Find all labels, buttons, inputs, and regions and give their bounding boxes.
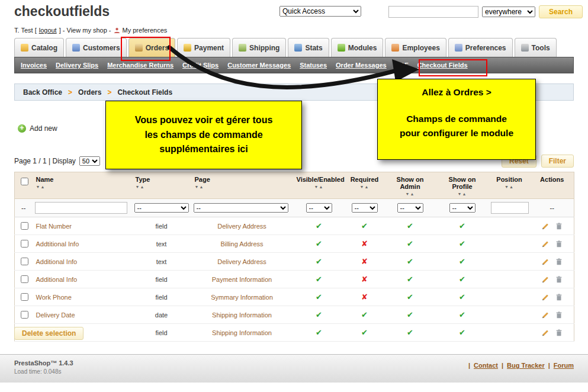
required-mark[interactable]: ✘ xyxy=(361,239,368,248)
row-page-link[interactable]: Symmary Information xyxy=(211,294,273,301)
show-on-profile-mark[interactable]: ✔ xyxy=(459,328,465,337)
delete-selection-button[interactable]: Delete selection xyxy=(14,327,83,340)
edit-icon[interactable] xyxy=(541,329,550,337)
column-header-type[interactable]: Type xyxy=(136,176,188,183)
sort-icons[interactable]: ▼▲ xyxy=(492,185,527,189)
sort-icons[interactable]: ▼▲ xyxy=(349,185,381,189)
row-name-link[interactable]: Delivery Date xyxy=(36,311,75,319)
type-filter-select[interactable]: -- xyxy=(134,203,189,213)
tab-stats[interactable]: Stats xyxy=(288,38,329,57)
show-on-admin-mark[interactable]: ✔ xyxy=(407,328,413,337)
delete-icon[interactable] xyxy=(555,329,563,337)
search-input[interactable] xyxy=(388,6,478,18)
search-scope-select[interactable]: everywhere xyxy=(482,7,535,17)
column-header-show-on-admin[interactable]: Show on Admin xyxy=(388,176,433,190)
quick-access-select[interactable]: Quick Access xyxy=(279,6,361,17)
forum-link[interactable]: Forum xyxy=(554,362,574,369)
sort-icons[interactable]: ▼▲ xyxy=(195,185,290,189)
required-filter-select[interactable]: -- xyxy=(352,203,378,213)
row-name-link[interactable]: Flat Number xyxy=(36,223,72,230)
required-mark[interactable]: ✘ xyxy=(361,275,368,284)
show-on-admin-filter-select[interactable]: -- xyxy=(397,203,423,213)
edit-icon[interactable] xyxy=(541,311,550,319)
select-all-checkbox[interactable] xyxy=(21,178,28,185)
row-page-link[interactable]: Billing Address xyxy=(220,240,263,248)
required-mark[interactable]: ✘ xyxy=(361,257,368,266)
subnav-merchandise-returns[interactable]: Merchandise Returns xyxy=(107,62,173,69)
delete-icon[interactable] xyxy=(555,240,563,248)
sort-icons[interactable]: ▼▲ xyxy=(36,185,128,189)
edit-icon[interactable] xyxy=(541,222,550,230)
visible-mark[interactable]: ✔ xyxy=(316,293,322,301)
subnav-order-messages[interactable]: Order Messages xyxy=(336,62,387,69)
show-on-admin-mark[interactable]: ✔ xyxy=(407,257,413,266)
row-checkbox[interactable] xyxy=(21,293,28,301)
tab-customers[interactable]: Customers xyxy=(66,38,127,57)
visible-mark[interactable]: ✔ xyxy=(316,328,322,337)
tab-modules[interactable]: Modules xyxy=(331,38,384,57)
column-header-position[interactable]: Position xyxy=(492,176,527,183)
visible-filter-select[interactable]: -- xyxy=(306,203,332,213)
tab-payment[interactable]: Payment xyxy=(177,38,230,57)
row-page-link[interactable]: Delivery Address xyxy=(217,258,266,265)
subnav-delivery-slips[interactable]: Delivery Slips xyxy=(56,62,98,69)
row-name-link[interactable]: Work Phone xyxy=(36,294,72,301)
show-on-admin-mark[interactable]: ✔ xyxy=(407,275,413,284)
delete-icon[interactable] xyxy=(555,275,563,284)
my-preferences-link[interactable]: My preferences xyxy=(123,27,168,34)
row-checkbox[interactable] xyxy=(21,258,28,265)
visible-mark[interactable]: ✔ xyxy=(316,275,322,284)
sort-icons[interactable]: ▼▲ xyxy=(136,185,188,189)
edit-icon[interactable] xyxy=(541,275,550,284)
column-header-visible[interactable]: Visible/Enabled xyxy=(297,176,342,183)
tab-shipping[interactable]: Shipping xyxy=(232,38,286,57)
subnav-pdf[interactable]: PDF xyxy=(396,62,409,69)
row-page-link[interactable]: Shipping Information xyxy=(212,329,272,336)
position-filter-input[interactable] xyxy=(491,202,529,214)
delete-icon[interactable] xyxy=(555,258,563,266)
show-on-profile-mark[interactable]: ✔ xyxy=(459,221,465,230)
column-header-required[interactable]: Required xyxy=(349,176,381,183)
edit-icon[interactable] xyxy=(541,240,550,248)
add-new-button[interactable]: Add new xyxy=(18,124,57,133)
sort-icons[interactable]: ▼▲ xyxy=(440,192,485,196)
show-on-profile-mark[interactable]: ✔ xyxy=(459,275,465,284)
show-on-profile-mark[interactable]: ✔ xyxy=(459,293,465,301)
row-page-link[interactable]: Delivery Address xyxy=(217,223,266,230)
column-header-show-on-profile[interactable]: Show on Profile xyxy=(440,176,485,190)
sort-icons[interactable]: ▼▲ xyxy=(297,185,342,189)
column-header-page[interactable]: Page xyxy=(195,176,290,183)
view-my-shop-link[interactable]: ] - View my shop - xyxy=(59,27,111,34)
subnav-customer-messages[interactable]: Customer Messages xyxy=(227,62,291,69)
filter-button[interactable]: Filter xyxy=(541,155,574,168)
show-on-admin-mark[interactable]: ✔ xyxy=(407,293,413,301)
row-name-link[interactable]: Addtitional Info xyxy=(36,240,79,248)
required-mark[interactable]: ✔ xyxy=(361,310,368,319)
row-page-link[interactable]: Shipping Information xyxy=(212,311,272,319)
edit-icon[interactable] xyxy=(541,293,550,301)
show-on-profile-mark[interactable]: ✔ xyxy=(459,239,465,248)
tab-employees[interactable]: Employees xyxy=(385,38,446,57)
required-mark[interactable]: ✘ xyxy=(361,293,368,301)
tab-catalog[interactable]: Catalog xyxy=(14,38,64,57)
tab-tools[interactable]: Tools xyxy=(515,38,557,57)
row-checkbox[interactable] xyxy=(21,275,28,283)
breadcrumb-orders[interactable]: Orders xyxy=(78,88,101,97)
row-name-link[interactable]: Additional Info xyxy=(36,276,78,283)
visible-mark[interactable]: ✔ xyxy=(316,239,322,248)
row-checkbox[interactable] xyxy=(21,240,28,248)
search-button[interactable]: Search xyxy=(539,5,583,18)
delete-icon[interactable] xyxy=(555,311,563,319)
page-filter-select[interactable]: -- xyxy=(194,203,288,213)
row-name-link[interactable]: Additional Info xyxy=(36,258,78,265)
sort-icons[interactable]: ▼▲ xyxy=(388,192,433,196)
delete-icon[interactable] xyxy=(555,293,563,301)
delete-icon[interactable] xyxy=(555,222,563,230)
show-on-profile-mark[interactable]: ✔ xyxy=(459,310,465,319)
breadcrumb-back-office[interactable]: Back Office xyxy=(23,88,62,97)
name-filter-input[interactable] xyxy=(35,202,127,214)
required-mark[interactable]: ✔ xyxy=(361,221,368,230)
edit-icon[interactable] xyxy=(541,258,550,266)
subnav-invoices[interactable]: Invoices xyxy=(21,62,47,69)
tab-orders[interactable]: Orders xyxy=(128,38,175,57)
